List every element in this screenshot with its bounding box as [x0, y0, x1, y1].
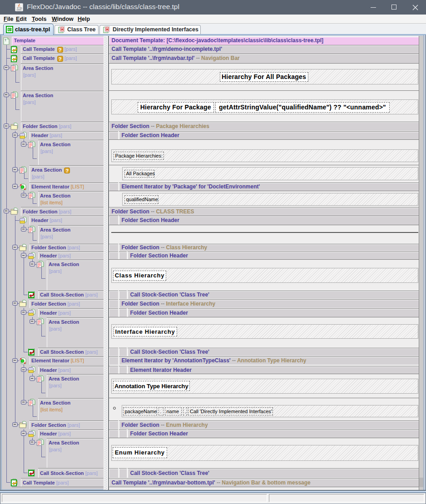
svg-text:T: T: [5, 38, 6, 41]
